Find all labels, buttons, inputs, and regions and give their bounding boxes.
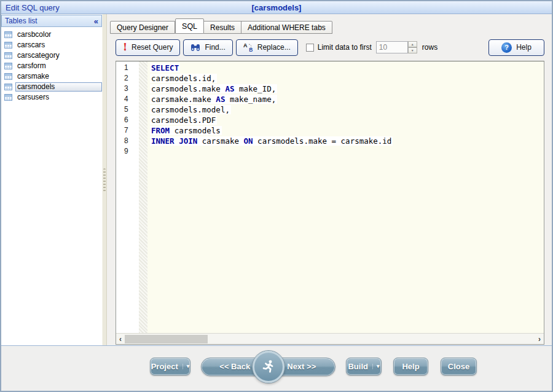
table-item-carsmake[interactable]: carsmake [1,71,102,82]
line-number: 8 [116,136,139,147]
toolbar-help-button[interactable]: ? Help [488,39,544,56]
find-label: Find... [205,43,225,52]
sql-code-editor[interactable]: 123456789 SELECTcarsmodels.id,carsmodels… [116,61,544,345]
line-number: 9 [116,147,139,157]
splitter-grip-icon [103,168,106,192]
line-number: 4 [116,95,139,105]
table-item-carsmodels[interactable]: carsmodels [1,82,102,92]
tables-list-header: Tables list « [1,15,102,27]
table-item-label: carsusers [15,93,102,102]
line-number: 2 [116,74,139,84]
reset-query-button[interactable]: ! Reset Query [116,39,180,56]
code-line[interactable] [147,147,543,157]
table-icon [4,42,12,49]
find-button[interactable]: Find... [183,39,232,56]
tabstrip: Query Designer SQL Results Additional WH… [110,18,552,34]
table-item-label: carsbcolor [15,30,102,39]
code-line[interactable]: carsmodels.id, [147,74,543,84]
edit-sql-query-window: Edit SQL query [carsmodels] Tables list … [0,0,553,392]
table-item-label: carsmake [15,72,102,81]
footer-buttons: Project ▾ << Back Next >> [150,358,477,380]
table-icon [4,52,12,59]
code-line[interactable]: SELECT [147,63,543,74]
project-button[interactable]: Project ▾ [150,358,190,375]
table-item-carsusers[interactable]: carsusers [1,92,102,103]
panel-splitter[interactable] [102,14,107,345]
build-button[interactable]: Build ▾ [346,358,382,375]
limit-rows-input[interactable]: 10 [376,41,408,53]
code-line[interactable]: carsmodels.make AS make_ID, [147,84,543,95]
code-line[interactable]: carsmodels.model, [147,105,543,116]
binoculars-icon [190,43,200,52]
line-number: 1 [116,63,139,74]
titlebar: Edit SQL query [carsmodels] [1,1,552,14]
horizontal-scrollbar[interactable]: ‹ › [116,333,544,344]
table-item-label: carscategory [15,51,102,60]
tables-list-title: Tables list [5,17,94,25]
reset-query-label: Reset Query [131,43,173,52]
scroll-left-icon[interactable]: ‹ [116,335,125,343]
line-number: 7 [116,126,139,136]
table-icon [4,73,12,80]
line-number: 3 [116,84,139,95]
gutter-numbers: 123456789 [116,61,139,333]
svg-text:A: A [243,42,248,49]
table-item-carsform[interactable]: carsform [1,61,102,71]
table-item-label: carsmodels [15,82,102,92]
stepper-up-icon[interactable]: ▲ [408,41,417,47]
rows-label: rows [422,43,437,52]
limit-rows-stepper[interactable]: ▲ ▼ [408,41,417,53]
build-label: Build [348,362,368,371]
stepper-down-icon[interactable]: ▼ [408,47,417,53]
line-number: 5 [116,105,139,116]
replace-a-to-b-icon: AB [243,42,253,52]
line-number: 6 [116,116,139,126]
table-icon [4,63,12,69]
code-line[interactable]: FROM carsmodels [147,126,543,136]
table-icon [4,94,12,101]
table-icon [4,31,12,38]
replace-label: Replace... [257,43,291,52]
table-item-label: carscars [15,41,102,50]
tables-panel: Tables list « carsbcolorcarscarscarscate… [1,14,102,345]
tab-query-designer[interactable]: Query Designer [110,21,175,34]
running-man-icon [261,359,276,375]
scroll-right-icon[interactable]: › [535,335,544,343]
limit-rows-label: Limit data to first [318,43,372,52]
current-table-title: [carsmodels] [1,3,552,12]
tables-list: carsbcolorcarscarscarscategorycarsformca… [1,27,102,103]
footer-bar: Project ▾ << Back Next >> [1,346,552,391]
close-button[interactable]: Close [441,358,477,375]
question-mark-icon: ? [501,42,512,53]
gutter-separator [139,61,147,333]
table-icon [4,84,12,90]
table-item-carsbcolor[interactable]: carsbcolor [1,29,102,40]
sql-toolbar: ! Reset Query Find... AB Replace... Lim [116,39,544,56]
tab-additional-where[interactable]: Additional WHERE tabs [241,21,332,34]
table-item-carscars[interactable]: carscars [1,40,102,50]
build-dropdown-icon[interactable]: ▾ [372,364,380,369]
code-line[interactable]: carsmake.make AS make_name, [147,95,543,105]
table-item-label: carsform [15,61,102,71]
limit-rows-checkbox[interactable] [306,44,314,52]
back-next-control: << Back Next >> [201,358,335,376]
table-item-carscategory[interactable]: carscategory [1,50,102,61]
tab-sql[interactable]: SQL [175,18,204,34]
scrollbar-thumb[interactable] [125,335,208,343]
replace-button[interactable]: AB Replace... [236,39,298,56]
run-button[interactable] [253,351,284,383]
window-body: Tables list « carsbcolorcarscarscarscate… [1,14,552,346]
code-line[interactable]: INNER JOIN carsmake ON carsmodels.make =… [147,136,543,147]
footer-help-button[interactable]: Help [393,358,428,375]
svg-text:B: B [249,47,253,52]
project-dropdown-icon[interactable]: ▾ [182,364,190,369]
tab-results[interactable]: Results [204,21,241,34]
exclamation-icon: ! [123,42,127,52]
project-label: Project [151,362,178,371]
main-panel: Query Designer SQL Results Additional WH… [107,14,552,345]
collapse-panel-icon[interactable]: « [94,17,98,25]
toolbar-help-label: Help [516,43,531,52]
code-lines[interactable]: SELECTcarsmodels.id,carsmodels.make AS m… [147,61,543,333]
code-line[interactable]: carsmodels.PDF [147,116,543,126]
